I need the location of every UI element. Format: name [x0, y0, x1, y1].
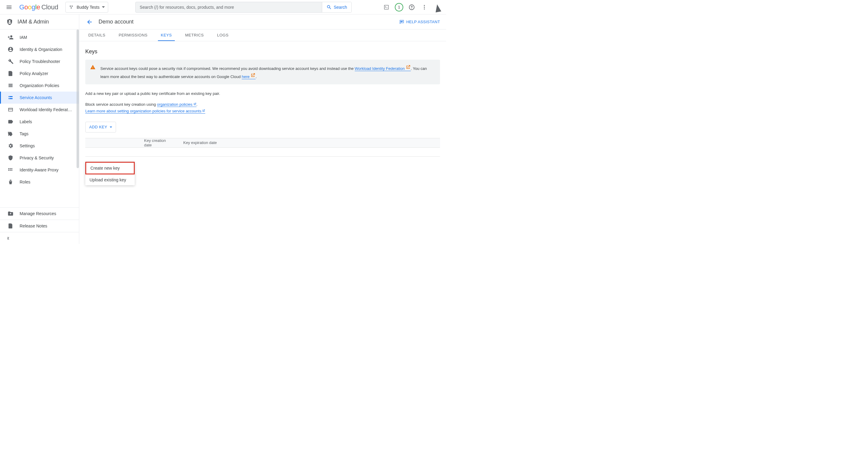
svg-point-5	[424, 8, 425, 9]
project-name: Buddy Tests	[76, 5, 99, 10]
cloud-shell-button[interactable]	[382, 3, 391, 11]
sidebar-item-settings[interactable]: Settings	[0, 140, 79, 152]
dropdown-create-new-key[interactable]: Create new key	[85, 162, 135, 174]
notifications-badge[interactable]: 1	[395, 3, 403, 11]
sidebar-item-manage-resources[interactable]: Manage Resources	[0, 208, 79, 220]
warning-icon	[90, 64, 96, 70]
search-box: Search	[135, 2, 352, 13]
svg-point-4	[424, 7, 425, 7]
tag-icon	[7, 131, 13, 137]
dropdown-arrow-icon	[102, 6, 105, 9]
external-link-icon	[405, 64, 411, 70]
tab-keys[interactable]: KEYS	[158, 30, 175, 41]
table-header-row: Key creation date Key expiration date	[85, 138, 440, 148]
tab-logs[interactable]: LOGS	[214, 30, 231, 41]
hamburger-menu-button[interactable]	[4, 2, 14, 13]
person-add-icon	[7, 34, 13, 40]
tab-metrics[interactable]: METRICS	[182, 30, 207, 41]
google-cloud-logo[interactable]: GoogleCloud	[19, 3, 58, 11]
section-title: Keys	[85, 49, 440, 55]
search-button[interactable]: Search	[322, 2, 351, 12]
sidebar-item-org-policies[interactable]: Organization Policies	[0, 80, 79, 92]
sidebar-item-tags[interactable]: Tags	[0, 128, 79, 140]
sidebar-item-policy-analyzer[interactable]: Policy Analyzer	[0, 67, 79, 80]
back-button[interactable]	[85, 18, 94, 26]
main-header: Demo account HELP ASSISTANT	[79, 14, 446, 30]
user-avatar[interactable]	[432, 1, 443, 13]
svg-point-3	[424, 5, 425, 6]
main-content: Demo account HELP ASSISTANT DETAILS PERM…	[79, 14, 446, 244]
sidebar-item-release-notes[interactable]: Release Notes	[0, 220, 79, 232]
service-account-icon	[7, 95, 13, 101]
search-icon	[327, 4, 332, 10]
sidebar-item-service-accounts[interactable]: Service Accounts	[0, 92, 79, 104]
sidebar: IAM & Admin IAM Identity & Organization …	[0, 14, 79, 244]
iap-icon	[7, 167, 13, 173]
sidebar-scrollbar[interactable]	[76, 30, 79, 168]
tab-permissions[interactable]: PERMISSIONS	[116, 30, 151, 41]
card-icon	[7, 107, 13, 113]
learn-more-org-policies-link[interactable]: Learn more about setting organization po…	[85, 109, 205, 114]
sidebar-collapse-button[interactable]	[0, 232, 79, 244]
external-link-icon	[250, 73, 255, 78]
instruction-text-2: Block service account key creation using…	[85, 101, 440, 115]
page-title: Demo account	[98, 19, 133, 25]
shield-icon	[7, 155, 13, 161]
tab-details[interactable]: DETAILS	[85, 30, 108, 41]
wrench-icon	[7, 58, 13, 64]
roles-icon	[7, 179, 13, 185]
list-icon	[7, 83, 13, 89]
notes-icon	[7, 223, 13, 229]
keys-table: Key creation date Key expiration date	[85, 138, 440, 157]
svg-point-2	[71, 7, 72, 8]
sidebar-item-iap[interactable]: Identity-Aware Proxy	[0, 164, 79, 176]
svg-point-0	[70, 5, 71, 7]
sidebar-item-privacy-security[interactable]: Privacy & Security	[0, 152, 79, 164]
search-input[interactable]	[135, 2, 322, 12]
content-area: Keys Service account keys could pose a s…	[79, 41, 446, 164]
gear-icon	[7, 143, 13, 149]
account-circle-icon	[7, 46, 13, 53]
external-link-icon	[193, 102, 196, 106]
external-link-icon	[202, 109, 205, 113]
learn-more-here-link[interactable]: here	[242, 74, 255, 79]
add-key-button[interactable]: ADD KEY	[85, 122, 116, 132]
sidebar-item-workload-identity[interactable]: Workload Identity Federat…	[0, 104, 79, 116]
dropdown-upload-existing-key[interactable]: Upload existing key	[85, 174, 135, 185]
th-key-creation-date: Key creation date	[144, 138, 173, 147]
folder-plus-icon	[7, 211, 13, 217]
label-icon	[7, 119, 13, 125]
th-key-expiration-date: Key expiration date	[183, 140, 217, 145]
more-vert-icon	[421, 4, 427, 10]
arrow-back-icon	[86, 19, 93, 25]
org-policies-link[interactable]: organization policies	[157, 102, 196, 107]
more-options-button[interactable]	[420, 3, 429, 11]
hamburger-icon	[6, 4, 12, 10]
chevron-left-icon	[6, 236, 11, 241]
project-icon	[69, 4, 74, 10]
sidebar-item-labels[interactable]: Labels	[0, 116, 79, 128]
help-icon	[408, 4, 415, 10]
policy-doc-icon	[7, 70, 13, 76]
terminal-icon	[383, 4, 390, 10]
sidebar-item-roles[interactable]: Roles	[0, 176, 79, 188]
chat-icon	[399, 19, 404, 25]
sidebar-item-policy-troubleshooter[interactable]: Policy Troubleshooter	[0, 56, 79, 67]
tabs: DETAILS PERMISSIONS KEYS METRICS LOGS	[79, 30, 446, 41]
sidebar-header[interactable]: IAM & Admin	[0, 14, 79, 30]
workload-identity-link[interactable]: Workload Identity Federation	[355, 66, 411, 71]
instruction-text-1: Add a new key pair or upload a public ke…	[85, 90, 440, 97]
iam-shield-icon	[6, 19, 13, 26]
dropdown-arrow-icon	[110, 127, 112, 129]
top-bar: GoogleCloud Buddy Tests Search 1	[0, 0, 446, 14]
sidebar-item-identity-org[interactable]: Identity & Organization	[0, 43, 79, 56]
svg-point-1	[72, 5, 73, 7]
help-assistant-button[interactable]: HELP ASSISTANT	[399, 19, 440, 25]
project-selector[interactable]: Buddy Tests	[65, 2, 108, 13]
warning-text: Service account keys could pose a securi…	[100, 64, 435, 80]
warning-banner: Service account keys could pose a securi…	[85, 60, 440, 84]
help-button[interactable]	[407, 3, 416, 11]
sidebar-item-iam[interactable]: IAM	[0, 31, 79, 43]
add-key-dropdown-menu: Create new key Upload existing key	[85, 162, 135, 185]
table-empty-row	[85, 148, 440, 157]
